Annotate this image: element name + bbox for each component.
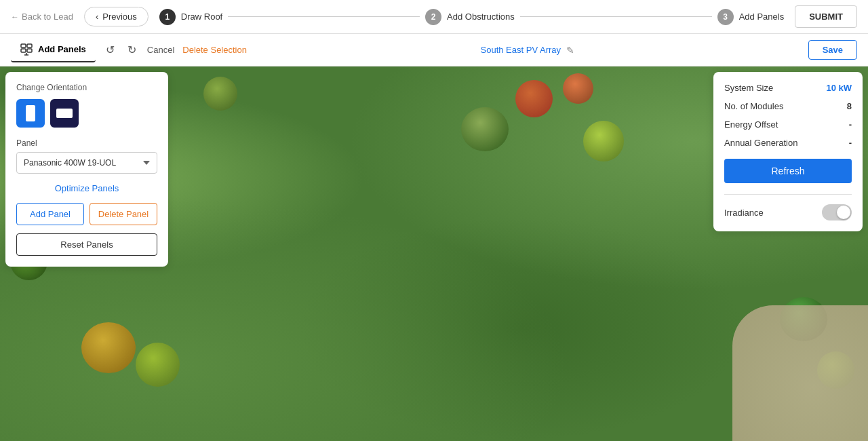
irradiance-toggle[interactable] xyxy=(822,204,852,220)
solar-panels-icon xyxy=(20,43,33,56)
step-2-label: Add Obstructions xyxy=(447,12,515,22)
panel-actions: Add Panel Delete Panel xyxy=(16,203,157,225)
step-3: 3 Add Panels xyxy=(717,9,785,25)
tree-4 xyxy=(583,121,624,161)
step-line-1 xyxy=(228,16,420,17)
step-3-label: Add Panels xyxy=(739,12,785,22)
tree-1 xyxy=(461,107,509,151)
svg-rect-1 xyxy=(27,44,32,47)
landscape-panel-shape xyxy=(56,109,73,118)
orientation-buttons xyxy=(16,99,157,128)
annual-gen-label: Annual Generation xyxy=(724,138,797,148)
edit-icon[interactable]: ✎ xyxy=(566,45,574,56)
delete-selection-button[interactable]: Delete Selection xyxy=(182,45,247,55)
irradiance-row: Irradiance xyxy=(724,204,852,220)
right-panel: System Size 10 kW No. of Modules 8 Energ… xyxy=(713,72,863,231)
previous-button[interactable]: ‹ Previous xyxy=(84,7,149,26)
step-2-circle: 2 xyxy=(425,9,441,25)
tree-6 xyxy=(136,343,180,387)
map-area[interactable]: Change Orientation Panel Panasonic 400W … xyxy=(0,66,868,441)
back-to-lead-label: Back to Lead xyxy=(22,12,73,22)
step-2: 2 Add Obstructions xyxy=(425,9,515,25)
system-size-label: System Size xyxy=(724,83,773,93)
add-panels-tab[interactable]: Add Panels xyxy=(11,38,96,62)
modules-label: No. of Modules xyxy=(724,101,783,111)
reset-panels-button[interactable]: Reset Panels xyxy=(16,233,157,256)
step-1-circle: 1 xyxy=(159,9,176,25)
back-to-lead-link[interactable]: ← Back to Lead xyxy=(11,12,73,22)
toolbar-center: South East PV Array ✎ xyxy=(258,45,797,56)
prev-chevron-icon: ‹ xyxy=(96,12,98,22)
orientation-label: Change Orientation xyxy=(16,83,157,92)
step-group: 1 Draw Roof 2 Add Obstructions 3 Add Pan… xyxy=(159,9,784,25)
energy-offset-row: Energy Offset - xyxy=(724,119,852,130)
pv-array-label: South East PV Array xyxy=(481,45,561,55)
toolbar: Add Panels ↺ ↻ Cancel Delete Selection S… xyxy=(0,34,868,66)
redo-icon[interactable]: ↻ xyxy=(125,43,139,57)
optimize-panels-link[interactable]: Optimize Panels xyxy=(16,183,157,193)
energy-offset-label: Energy Offset xyxy=(724,119,778,130)
prev-label: Previous xyxy=(102,12,137,22)
panel-type-label: Panel xyxy=(16,138,157,148)
save-button[interactable]: Save xyxy=(808,40,857,60)
add-panel-button[interactable]: Add Panel xyxy=(16,203,84,225)
step-1-label: Draw Roof xyxy=(181,12,222,22)
modules-row: No. of Modules 8 xyxy=(724,101,852,111)
tree-5 xyxy=(81,322,136,373)
gravel-area xyxy=(732,305,868,441)
portrait-orientation-button[interactable] xyxy=(16,99,45,128)
refresh-button[interactable]: Refresh xyxy=(724,159,852,183)
landscape-orientation-button[interactable] xyxy=(50,99,79,128)
toolbar-left: Add Panels ↺ ↻ Cancel Delete Selection xyxy=(11,38,247,62)
divider xyxy=(724,194,852,195)
toolbar-right: Save xyxy=(808,40,857,60)
cancel-button[interactable]: Cancel xyxy=(147,45,174,55)
tree-2 xyxy=(515,80,553,117)
energy-offset-value: - xyxy=(849,119,852,130)
step-1: 1 Draw Roof xyxy=(159,9,222,25)
annual-gen-row: Annual Generation - xyxy=(724,138,852,148)
delete-panel-button[interactable]: Delete Panel xyxy=(90,203,157,225)
add-panels-label: Add Panels xyxy=(38,44,86,54)
annual-gen-value: - xyxy=(849,138,852,148)
toggle-knob xyxy=(837,206,850,219)
step-3-circle: 3 xyxy=(717,9,734,25)
tree-3 xyxy=(563,73,593,104)
svg-rect-2 xyxy=(21,49,26,52)
portrait-panel-shape xyxy=(26,105,35,121)
panel-select[interactable]: Panasonic 400W 19-UOL xyxy=(16,152,157,174)
back-arrow-icon: ← xyxy=(11,12,19,22)
tree-10 xyxy=(203,77,237,111)
step-line-2 xyxy=(520,16,712,17)
main-content: Change Orientation Panel Panasonic 400W … xyxy=(0,66,868,441)
system-size-row: System Size 10 kW xyxy=(724,83,852,93)
system-size-value: 10 kW xyxy=(826,83,852,93)
undo-icon[interactable]: ↺ xyxy=(104,43,117,57)
modules-value: 8 xyxy=(847,101,852,111)
svg-rect-3 xyxy=(27,49,32,52)
irradiance-label: Irradiance xyxy=(724,208,764,218)
svg-rect-0 xyxy=(21,44,26,47)
top-nav: ← Back to Lead ‹ Previous 1 Draw Roof 2 … xyxy=(0,0,868,34)
submit-button[interactable]: SUBMIT xyxy=(795,5,857,28)
left-panel: Change Orientation Panel Panasonic 400W … xyxy=(5,72,168,267)
